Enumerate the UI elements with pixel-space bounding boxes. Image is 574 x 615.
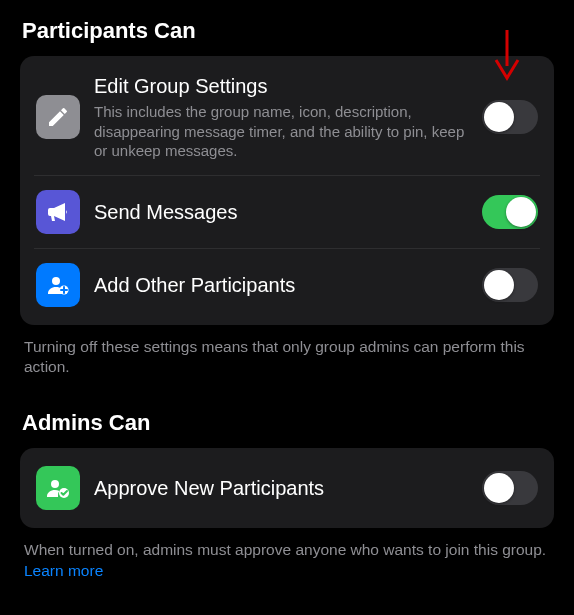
row-edit-group-settings: Edit Group Settings This includes the gr… [34, 60, 540, 175]
row-approve-new-participants: Approve New Participants [34, 452, 540, 524]
toggle-send-messages[interactable] [482, 195, 538, 229]
add-person-icon [36, 263, 80, 307]
row-add-other-participants: Add Other Participants [34, 248, 540, 321]
row-title: Send Messages [94, 200, 468, 224]
svg-point-1 [52, 277, 60, 285]
admins-footer-note: When turned on, admins must approve anyo… [24, 540, 550, 582]
toggle-add-other-participants[interactable] [482, 268, 538, 302]
row-send-messages: Send Messages [34, 175, 540, 248]
row-subtitle: This includes the group name, icon, desc… [94, 102, 468, 161]
participants-section-title: Participants Can [22, 18, 554, 44]
participants-footer-note: Turning off these settings means that on… [24, 337, 550, 379]
learn-more-link[interactable]: Learn more [24, 562, 103, 579]
row-title: Add Other Participants [94, 273, 468, 297]
megaphone-icon [36, 190, 80, 234]
pencil-icon [36, 95, 80, 139]
row-title: Edit Group Settings [94, 74, 468, 98]
approve-icon [36, 466, 80, 510]
row-title: Approve New Participants [94, 476, 468, 500]
toggle-approve-new-participants[interactable] [482, 471, 538, 505]
admins-footer-text: When turned on, admins must approve anyo… [24, 541, 546, 558]
admins-section-title: Admins Can [22, 410, 554, 436]
toggle-edit-group-settings[interactable] [482, 100, 538, 134]
svg-point-3 [51, 480, 59, 488]
participants-card: Edit Group Settings This includes the gr… [20, 56, 554, 325]
admins-card: Approve New Participants [20, 448, 554, 528]
